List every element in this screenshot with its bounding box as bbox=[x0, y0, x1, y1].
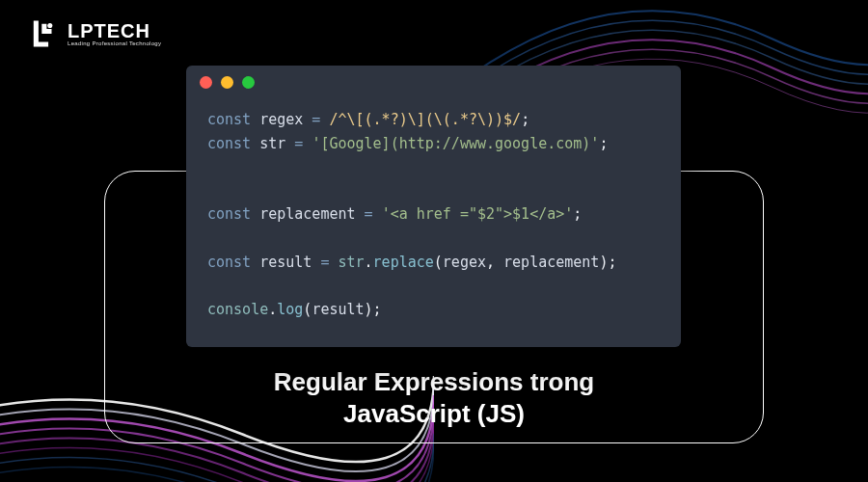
obj-str: str bbox=[338, 254, 364, 271]
var-replacement: replacement bbox=[259, 205, 355, 223]
keyword-const: const bbox=[207, 135, 251, 152]
arg-replacement: replacement bbox=[503, 254, 599, 271]
minimize-icon bbox=[221, 76, 233, 89]
obj-console: console bbox=[207, 301, 268, 318]
regex-literal: /^\[(.*?)\](\(.*?\))$/ bbox=[329, 111, 521, 128]
op-eq: = bbox=[312, 254, 338, 271]
var-result: result bbox=[259, 254, 312, 271]
semicolon: ; bbox=[608, 254, 616, 271]
maximize-icon bbox=[242, 76, 255, 89]
dot: . bbox=[365, 254, 373, 271]
logo-icon bbox=[27, 17, 60, 50]
code-window: const regex = /^\[(.*?)\](\(.*?\))$/; co… bbox=[186, 66, 681, 347]
logo-main-text: LPTECH bbox=[68, 21, 161, 40]
close-paren: ) bbox=[365, 301, 373, 318]
semicolon: ; bbox=[521, 111, 529, 128]
code-body: const regex = /^\[(.*?)\](\(.*?\))$/; co… bbox=[186, 98, 681, 347]
dot: . bbox=[268, 301, 277, 318]
svg-point-0 bbox=[47, 23, 52, 28]
title-line-2: JavaScript (JS) bbox=[343, 399, 525, 428]
string-literal: '<a href ="$2">$1</a>' bbox=[382, 205, 574, 223]
window-titlebar bbox=[186, 66, 681, 98]
op-eq: = bbox=[303, 111, 329, 128]
page-title: Regular Expressions trong JavaScript (JS… bbox=[105, 366, 763, 429]
keyword-const: const bbox=[207, 205, 251, 223]
fn-log: log bbox=[277, 301, 303, 318]
op-eq: = bbox=[356, 205, 382, 223]
string-literal: '[Google](http://www.google.com)' bbox=[312, 135, 599, 152]
fn-replace: replace bbox=[373, 254, 434, 271]
open-paren: ( bbox=[434, 254, 443, 271]
var-str: str bbox=[259, 135, 285, 152]
logo-sub-text: Leading Professional Technology bbox=[68, 40, 161, 46]
title-line-1: Regular Expressions trong bbox=[274, 367, 594, 396]
semicolon: ; bbox=[573, 205, 582, 223]
comma: , bbox=[486, 254, 503, 271]
semicolon: ; bbox=[373, 301, 382, 318]
keyword-const: const bbox=[207, 111, 251, 128]
logo: LPTECH Leading Professional Technology bbox=[27, 17, 161, 50]
close-icon bbox=[200, 76, 212, 89]
semicolon: ; bbox=[599, 135, 608, 152]
var-regex: regex bbox=[259, 111, 303, 128]
arg-regex: regex bbox=[443, 254, 486, 271]
keyword-const: const bbox=[207, 254, 251, 271]
arg-result: result bbox=[312, 301, 364, 318]
op-eq: = bbox=[285, 135, 312, 152]
